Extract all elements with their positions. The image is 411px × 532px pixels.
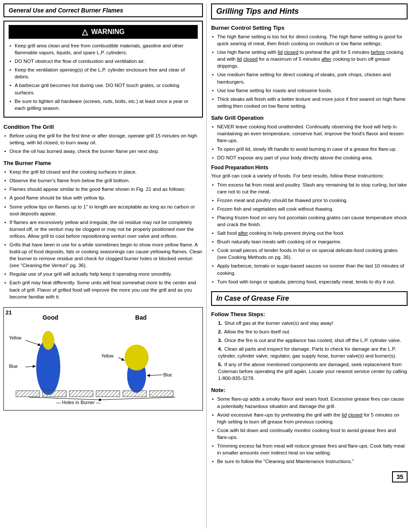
burner-control-item-3: Use medium flame setting for direct cook… bbox=[211, 71, 408, 85]
page-number-container: 35 bbox=[211, 473, 408, 480]
burner-flame-title: The Burner Flame bbox=[3, 160, 203, 166]
svg-line-10 bbox=[118, 358, 125, 361]
svg-line-4 bbox=[25, 340, 41, 345]
svg-text:Blue: Blue bbox=[163, 373, 172, 377]
warning-item-3: Keep the ventilation opening(s) of the L… bbox=[9, 66, 198, 80]
figure-box: 21 Good Bad Yellow Blue bbox=[3, 307, 203, 411]
svg-text:Good: Good bbox=[43, 314, 59, 321]
follow-steps-title: Follow These Steps: bbox=[211, 311, 408, 317]
svg-rect-17 bbox=[69, 391, 93, 397]
warning-triangle-icon: △ bbox=[82, 27, 88, 37]
right-column: Grilling Tips and Hints Burner Control S… bbox=[207, 3, 408, 529]
food-prep-item-3: Frozen fish and vegetables will cook wit… bbox=[211, 205, 408, 212]
lid-underline-note: lid bbox=[342, 412, 347, 417]
step-4: 4. Clean all parts and inspect for damag… bbox=[211, 345, 408, 359]
safe-grill-title: Safe Grill Operation bbox=[211, 115, 408, 121]
food-prep-item-6: Brush naturally lean meats with cooking … bbox=[211, 238, 408, 245]
right-section-title: Grilling Tips and Hints bbox=[211, 3, 408, 19]
svg-text:Yellow: Yellow bbox=[101, 354, 114, 358]
lid-underline-1: lid bbox=[278, 50, 283, 55]
food-prep-intro: Your grill can cook a variety of foods. … bbox=[211, 172, 408, 179]
note-title: Note: bbox=[211, 387, 408, 393]
burner-control-item-1: The high flame setting is too hot for di… bbox=[211, 33, 408, 47]
burner-flame-item-7: Grills that have been in use for a while… bbox=[3, 241, 203, 269]
svg-rect-15 bbox=[16, 391, 40, 397]
note-item-2: Avoid excessive flare-ups by preheating … bbox=[211, 411, 408, 425]
svg-text:— Holes in Burner —: — Holes in Burner — bbox=[56, 400, 101, 405]
note-item-5: Be sure to follow the "Cleaning and Main… bbox=[211, 458, 408, 465]
food-prep-item-4: Placing frozen food on very hot porcelai… bbox=[211, 214, 408, 228]
burner-flame-item-2: Observe the burner's flame from below th… bbox=[3, 177, 203, 184]
food-prep-list: Trim excess fat from meat and poultry. S… bbox=[211, 181, 408, 285]
svg-point-9 bbox=[125, 345, 149, 370]
food-prep-item-2: Frozen meat and poultry should be thawed… bbox=[211, 197, 408, 204]
warning-item-5: Be sure to tighten all hardware (screws,… bbox=[9, 98, 198, 112]
svg-line-6 bbox=[25, 366, 36, 367]
food-prep-item-8: Apply barbecue, tomato or sugar-based sa… bbox=[211, 262, 408, 276]
burner-control-list: The high flame setting is too hot for di… bbox=[211, 33, 408, 109]
svg-line-12 bbox=[147, 375, 162, 376]
follow-steps-list: 1. Shut off gas at the burner valve(s) a… bbox=[211, 320, 408, 382]
svg-text:Blue: Blue bbox=[9, 364, 18, 369]
note-item-3: Cook with lid down and continually monit… bbox=[211, 427, 408, 441]
burner-flame-item-8: Regular use of your grill will actually … bbox=[3, 271, 203, 277]
food-prep-item-9: Turn food with tongs or spatula; piercin… bbox=[211, 278, 408, 285]
note-item-4: Trimming excess fat from meat will reduc… bbox=[211, 442, 408, 456]
svg-rect-20 bbox=[149, 391, 173, 397]
burner-flame-item-5: Some yellow tips on flames up to 1" in l… bbox=[3, 203, 203, 217]
step-2: 2. Allow the fire to burn itself out. bbox=[211, 328, 408, 335]
right-column-inner: Grilling Tips and Hints Burner Control S… bbox=[211, 3, 408, 480]
burner-flame-item-9: Each grill may heat differently. Some un… bbox=[3, 279, 203, 300]
flame-figure: Good Bad Yellow Blue bbox=[7, 311, 197, 406]
step-3: 3. Once the fire is out and the applianc… bbox=[211, 337, 408, 344]
closed-underline-2: closed bbox=[243, 56, 258, 62]
burner-control-item-5: Thick steaks will finish with a better t… bbox=[211, 96, 408, 109]
safe-grill-item-2: To open grill lid, slowly lift handle to… bbox=[211, 146, 408, 152]
condition-grill-list: Before using the grill for the first tim… bbox=[3, 132, 203, 155]
svg-text:Yellow: Yellow bbox=[9, 336, 22, 340]
burner-flame-item-3: Flames should appear similar to the good… bbox=[3, 186, 203, 193]
condition-grill-item-2: Once the oil has burned away, check the … bbox=[3, 148, 203, 155]
step-5: 5. If any of the above mentioned compone… bbox=[211, 361, 408, 382]
svg-rect-16 bbox=[43, 391, 66, 397]
page: General Use and Correct Burner Flames △ … bbox=[0, 0, 411, 532]
left-column: General Use and Correct Burner Flames △ … bbox=[3, 3, 207, 529]
food-prep-title: Food Preparation Hints bbox=[211, 165, 408, 171]
burner-flame-item-6: If flames are excessively yellow and irr… bbox=[3, 219, 203, 240]
burner-flame-list: Keep the grill lid closed and the cookin… bbox=[3, 168, 203, 300]
safe-grill-item-1: NEVER leave cooking food unattended. Con… bbox=[211, 123, 408, 144]
note-list: Some flare-up adds a smoky flavor and se… bbox=[211, 395, 408, 465]
condition-grill-title: Condition The Grill bbox=[3, 124, 203, 130]
svg-point-3 bbox=[42, 331, 54, 350]
burner-control-title: Burner Control Setting Tips bbox=[211, 25, 408, 31]
lid-underline-2: lid bbox=[237, 56, 242, 62]
svg-rect-18 bbox=[96, 391, 120, 397]
svg-rect-19 bbox=[123, 391, 146, 397]
closed-underline-1: closed bbox=[284, 50, 298, 55]
warning-list: Keep grill area clean and free from comb… bbox=[9, 42, 198, 112]
before-underline: before bbox=[371, 50, 385, 55]
safe-grill-item-3: DO NOT expose any part of your body dire… bbox=[211, 154, 408, 161]
warning-item-4: A barbecue grill becomes hot during use.… bbox=[9, 82, 198, 96]
closed-underline-note: closed bbox=[348, 412, 362, 417]
food-prep-item-1: Trim excess fat from meat and poultry. S… bbox=[211, 181, 408, 195]
svg-text:Bad: Bad bbox=[135, 314, 146, 321]
food-prep-item-7: Cook small pieces of tender foods in foi… bbox=[211, 247, 408, 261]
svg-line-22 bbox=[102, 397, 175, 400]
step-1: 1. Shut off gas at the burner valve(s) a… bbox=[211, 320, 408, 327]
burner-flame-item-1: Keep the grill lid closed and the cookin… bbox=[3, 168, 203, 175]
warning-box: △ WARNING Keep grill area clean and free… bbox=[3, 21, 203, 118]
warning-header: △ WARNING bbox=[9, 25, 198, 39]
burner-flame-item-4: A good flame should be blue with yellow … bbox=[3, 194, 203, 201]
warning-item-1: Keep grill area clean and free from comb… bbox=[9, 42, 198, 56]
safe-grill-list: NEVER leave cooking food unattended. Con… bbox=[211, 123, 408, 161]
left-section-title: General Use and Correct Burner Flames bbox=[3, 3, 203, 17]
warning-label: WARNING bbox=[91, 28, 125, 36]
after-underline-2: after bbox=[238, 230, 248, 236]
burner-control-item-4: Use low flame setting for roasts and rot… bbox=[211, 87, 408, 94]
grease-fire-title: In Case of Grease Fire bbox=[211, 291, 408, 306]
food-prep-item-5: Salt food after cooking to help prevent … bbox=[211, 230, 408, 236]
burner-control-item-2: Use high flame setting with lid closed t… bbox=[211, 49, 408, 69]
warning-item-2: DO NOT obstruct the flow of combustion a… bbox=[9, 58, 198, 65]
condition-grill-item-1: Before using the grill for the first tim… bbox=[3, 132, 203, 146]
